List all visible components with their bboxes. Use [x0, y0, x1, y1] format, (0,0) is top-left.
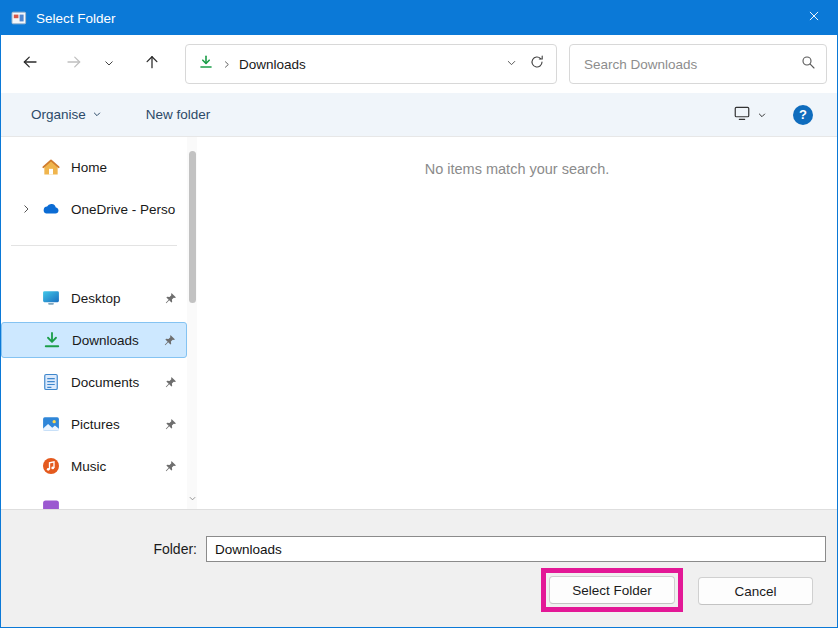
forward-button[interactable] [57, 47, 91, 81]
sidebar-item-label: Pictures [71, 417, 164, 432]
empty-state-message: No items match your search. [197, 161, 837, 177]
address-dropdown-button[interactable] [498, 49, 524, 79]
new-folder-button[interactable]: New folder [146, 107, 211, 122]
scrollbar-down-button[interactable] [187, 489, 197, 507]
music-icon [41, 456, 61, 476]
sidebar-item-videos-partial[interactable] [1, 490, 187, 509]
chevron-down-icon [505, 55, 518, 73]
pin-icon [164, 292, 177, 305]
refresh-button[interactable] [524, 49, 550, 79]
onedrive-icon [41, 199, 61, 219]
app-icon [11, 10, 27, 26]
annotation-highlight: Select Folder [541, 568, 683, 612]
chevron-down-icon [92, 107, 102, 122]
pin-icon [164, 460, 177, 473]
sidebar-item-onedrive[interactable]: OneDrive - Perso [1, 191, 187, 227]
select-folder-dialog: Select Folder [0, 0, 838, 628]
search-icon [800, 54, 816, 74]
pin-icon [163, 334, 176, 347]
chevron-down-icon [188, 489, 197, 507]
pictures-icon [41, 414, 61, 434]
cancel-button[interactable]: Cancel [698, 577, 813, 605]
organise-label: Organise [31, 107, 86, 122]
scrollbar-thumb[interactable] [189, 151, 196, 303]
sidebar-item-label: Music [71, 459, 164, 474]
chevron-down-icon [103, 55, 115, 73]
address-bar[interactable]: Downloads [185, 44, 557, 84]
sidebar-item-label: OneDrive - Perso [71, 202, 187, 217]
footer: Folder: Select Folder Cancel [1, 509, 837, 628]
up-button[interactable] [135, 47, 169, 81]
folder-contents: No items match your search. [197, 137, 837, 509]
pin-icon [164, 418, 177, 431]
command-bar-right: ? [733, 104, 813, 126]
view-options-button[interactable] [733, 104, 767, 126]
expand-chevron-icon[interactable] [11, 203, 41, 215]
breadcrumb-downloads[interactable]: Downloads [239, 57, 306, 72]
pin-icon [164, 376, 177, 389]
view-icon [733, 104, 751, 126]
documents-icon [41, 372, 61, 392]
sidebar-item-label: Documents [71, 375, 164, 390]
sidebar-item-home[interactable]: Home [1, 149, 187, 185]
folder-name-input[interactable] [206, 536, 826, 562]
downloads-folder-icon [198, 54, 214, 74]
folder-row: Folder: [1, 536, 826, 562]
window-title: Select Folder [36, 11, 116, 26]
chevron-down-icon [757, 106, 767, 124]
desktop-icon [41, 288, 61, 308]
videos-icon [41, 498, 61, 509]
sidebar-item-pictures[interactable]: Pictures [1, 406, 187, 442]
forward-arrow-icon [65, 53, 83, 75]
sidebar-item-label: Home [71, 160, 187, 175]
sidebar-item-downloads[interactable]: Downloads [1, 322, 187, 358]
sidebar-item-label: Desktop [71, 291, 164, 306]
sidebar-separator [11, 245, 177, 246]
sidebar-scrollbar[interactable] [187, 137, 197, 509]
up-arrow-icon [143, 53, 161, 75]
help-button[interactable]: ? [793, 105, 813, 125]
search-box [569, 44, 827, 84]
breadcrumb-chevron-icon [221, 59, 232, 70]
command-bar: Organise New folder ? [1, 93, 837, 137]
refresh-icon [529, 54, 545, 74]
sidebar-item-desktop[interactable]: Desktop [1, 280, 187, 316]
folder-label: Folder: [1, 541, 206, 557]
organise-button[interactable]: Organise [31, 107, 102, 122]
back-button[interactable] [13, 47, 47, 81]
back-arrow-icon [21, 53, 39, 75]
new-folder-label: New folder [146, 107, 211, 122]
navigation-bar: Downloads [1, 35, 837, 93]
close-button[interactable] [791, 1, 837, 35]
sidebar: Home OneDrive - Perso [1, 137, 187, 509]
select-folder-button[interactable]: Select Folder [549, 576, 675, 604]
recent-locations-button[interactable] [97, 47, 121, 81]
sidebar-item-music[interactable]: Music [1, 448, 187, 484]
sidebar-item-label: Downloads [72, 333, 163, 348]
sidebar-item-documents[interactable]: Documents [1, 364, 187, 400]
help-icon: ? [799, 107, 807, 122]
search-input[interactable] [582, 56, 800, 73]
close-icon [807, 9, 821, 27]
titlebar: Select Folder [1, 1, 837, 35]
downloads-icon [42, 330, 62, 350]
home-icon [41, 157, 61, 177]
